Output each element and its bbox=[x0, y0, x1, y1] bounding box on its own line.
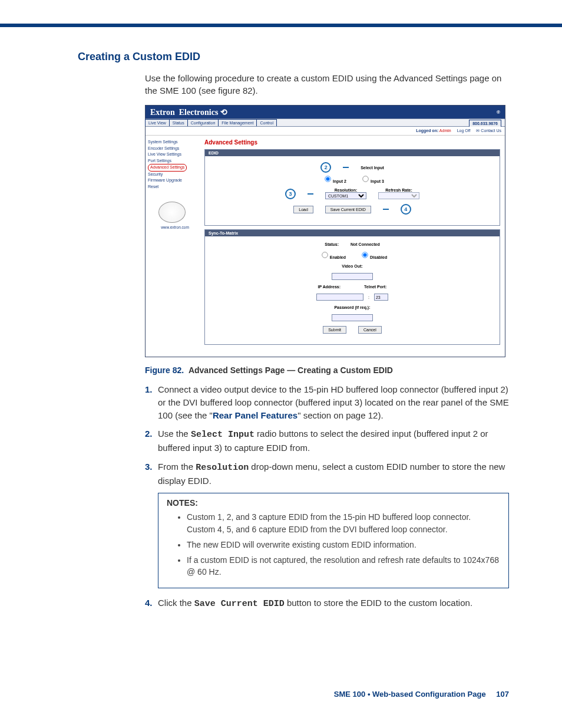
ip-address-input[interactable] bbox=[316, 294, 363, 301]
cancel-button[interactable]: Cancel bbox=[358, 326, 382, 334]
registered-mark: ® bbox=[497, 110, 500, 115]
resolution-select[interactable]: CUSTOM1 bbox=[325, 192, 366, 199]
load-button[interactable]: Load bbox=[293, 206, 313, 213]
notes-heading: NOTES: bbox=[167, 498, 500, 508]
sync-panel-header: Sync-To-Matrix bbox=[205, 230, 500, 236]
input2-radio[interactable] bbox=[325, 176, 330, 182]
note-item: The new EDID will overwrite existing cus… bbox=[187, 539, 500, 551]
input3-radio[interactable] bbox=[362, 176, 368, 182]
select-input-label: Select Input bbox=[361, 166, 384, 170]
extron-url[interactable]: www.extron.com bbox=[148, 225, 202, 230]
rear-panel-features-link[interactable]: Rear Panel Features bbox=[213, 410, 297, 420]
callout-3: 3 bbox=[285, 189, 296, 199]
sidebar-item[interactable]: Live View Settings bbox=[148, 151, 202, 158]
note-item: If a custom EDID is not captured, the re… bbox=[187, 554, 500, 578]
ip-address-label: IP Address: bbox=[318, 285, 341, 289]
extron-logo-icon bbox=[158, 202, 186, 223]
refresh-rate-select[interactable] bbox=[378, 192, 419, 199]
log-off-link[interactable]: Log Off bbox=[457, 129, 471, 133]
tab-status[interactable]: Status bbox=[169, 119, 188, 126]
status-label: Status: bbox=[325, 242, 339, 246]
advanced-settings-screenshot: Extron Electronics ⟲ ® Live View Status … bbox=[145, 105, 505, 357]
enabled-label: Enabled bbox=[330, 255, 346, 259]
disabled-label: Disabled bbox=[370, 255, 387, 259]
video-out-input[interactable] bbox=[332, 273, 373, 280]
save-current-edid-button[interactable]: Save Current EDID bbox=[325, 206, 371, 213]
page-heading: Creating a Custom EDID bbox=[78, 51, 509, 63]
sidebar-item[interactable]: Port Settings bbox=[148, 158, 202, 164]
contact-us-link[interactable]: ✉ Contact Us bbox=[476, 129, 501, 133]
password-label: Password (if req.): bbox=[334, 305, 370, 309]
note-item: Custom 1, 2, and 3 capture EDID from the… bbox=[187, 511, 500, 535]
refresh-rate-label: Refresh Rate: bbox=[385, 188, 412, 192]
tab-configuration[interactable]: Configuration bbox=[187, 119, 219, 126]
sidebar-item[interactable]: Firmware Upgrade bbox=[148, 177, 202, 184]
panel-title: Advanced Settings bbox=[204, 139, 500, 146]
brand-logo-text: Extron Electronics ⟲ bbox=[150, 107, 227, 117]
sync-to-matrix-panel: Sync-To-Matrix Status: Not Connected Ena… bbox=[204, 229, 500, 345]
video-out-label: Video Out: bbox=[342, 264, 362, 268]
enabled-radio[interactable] bbox=[322, 252, 328, 258]
input3-label: Input 3 bbox=[371, 179, 384, 183]
step-2: Use the Select Input radio buttons to se… bbox=[158, 427, 509, 454]
page-footer: SME 100 • Web-based Configuration Page 1… bbox=[334, 690, 509, 699]
callout-4: 4 bbox=[401, 204, 411, 215]
input2-label: Input 2 bbox=[333, 179, 346, 183]
phone-number: 800.633.9876 bbox=[469, 120, 501, 127]
edid-panel-header: EDID bbox=[205, 150, 500, 156]
sidebar-item[interactable]: Encoder Settings bbox=[148, 146, 202, 152]
telnet-port-label: Telnet Port: bbox=[364, 285, 386, 289]
top-border-bar bbox=[0, 24, 562, 27]
notes-box: NOTES: Custom 1, 2, and 3 capture EDID f… bbox=[158, 493, 509, 588]
tab-live-view[interactable]: Live View bbox=[145, 119, 170, 126]
step-3: From the Resolution drop-down menu, sele… bbox=[158, 460, 509, 487]
callout-2: 2 bbox=[320, 162, 331, 173]
resolution-label: Resolution: bbox=[335, 188, 358, 192]
submit-button[interactable]: Submit bbox=[323, 326, 346, 334]
figure-caption: Figure 82. Advanced Settings Page — Crea… bbox=[145, 365, 509, 375]
password-input[interactable] bbox=[332, 314, 373, 321]
tab-control[interactable]: Control bbox=[256, 119, 277, 126]
sidebar-item-selected[interactable]: Advanced Settings bbox=[148, 164, 187, 172]
telnet-port-input[interactable] bbox=[374, 294, 388, 301]
logged-on-label: Logged on: bbox=[416, 129, 438, 133]
sidebar-item[interactable]: System Settings bbox=[148, 139, 202, 146]
tab-file-management[interactable]: File Management bbox=[218, 119, 257, 126]
logged-on-user: Admin bbox=[439, 129, 451, 133]
status-value: Not Connected bbox=[351, 242, 380, 246]
edid-panel: EDID 2 Select Input Input 2 Input 3 3 bbox=[204, 149, 500, 226]
step-4: Click the Save Current EDID button to st… bbox=[158, 597, 509, 611]
intro-paragraph: Use the following procedure to create a … bbox=[145, 72, 509, 97]
sidebar-item[interactable]: Reset bbox=[148, 184, 202, 190]
step-1: Connect a video output device to the 15-… bbox=[158, 383, 509, 421]
sidebar-item[interactable]: Security bbox=[148, 172, 202, 178]
disabled-radio[interactable] bbox=[362, 252, 368, 258]
